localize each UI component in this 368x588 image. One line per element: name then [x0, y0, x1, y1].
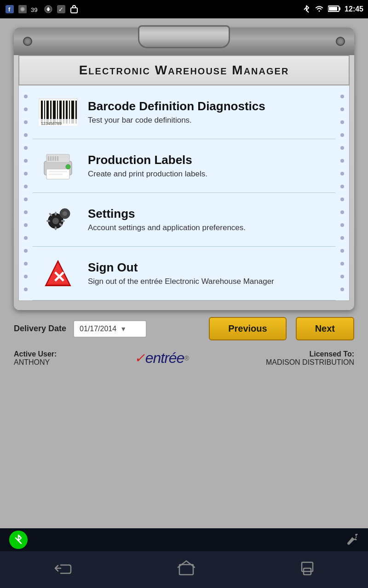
- menu-desc-settings: Account settings and application prefere…: [88, 223, 331, 232]
- svg-text:39: 39: [31, 6, 37, 13]
- menu-desc-production-labels: Create and print production labels.: [88, 170, 331, 179]
- svg-text:123456789: 123456789: [41, 121, 62, 126]
- hole-dot: [24, 300, 28, 301]
- menu-item-barcode-diag[interactable]: 123456789 Barcode Definition Diagnostics…: [33, 85, 335, 139]
- hole-dot: [340, 210, 344, 214]
- menu-text-barcode-diag: Barcode Definition Diagnostics Test your…: [88, 99, 331, 125]
- battery-icon: [328, 5, 341, 14]
- svg-rect-37: [50, 156, 52, 161]
- settings-icon: [37, 201, 79, 238]
- hole-dot: [24, 249, 28, 253]
- dot-border-left: [19, 85, 33, 300]
- hole-dot: [340, 120, 344, 124]
- svg-rect-47: [46, 220, 50, 222]
- hole-dot: [24, 95, 28, 98]
- printer-icon: [37, 147, 79, 184]
- menu-title-production-labels: Production Labels: [88, 153, 331, 167]
- bottom-area: Delivery Date 01/17/2014 ▼ Previous Next…: [14, 317, 354, 369]
- svg-rect-11: [71, 8, 77, 13]
- signout-icon: ✕: [37, 255, 79, 292]
- menu-item-production-labels[interactable]: Production Labels Create and print produ…: [33, 139, 335, 193]
- previous-button[interactable]: Previous: [209, 317, 286, 340]
- hole-dot: [24, 133, 28, 137]
- fb-icon: f: [5, 4, 15, 14]
- hole-dot: [24, 185, 28, 188]
- svg-point-44: [63, 211, 67, 216]
- svg-rect-55: [179, 565, 193, 575]
- hole-dot: [340, 198, 344, 201]
- hole-dot: [24, 210, 28, 214]
- hole-dot: [340, 172, 344, 175]
- bolt-left: [23, 37, 32, 46]
- hole-dot: [340, 223, 344, 227]
- svg-text:✕: ✕: [52, 268, 65, 286]
- svg-rect-45: [55, 212, 57, 215]
- wrench-icon[interactable]: [346, 532, 359, 547]
- svg-rect-46: [55, 226, 57, 230]
- menu-items-container: 123456789 Barcode Definition Diagnostics…: [19, 85, 349, 300]
- app-title: Electronic Warehouse Manager: [29, 63, 339, 78]
- photo-icon: [17, 4, 28, 14]
- hole-dot: [340, 249, 344, 253]
- clipboard: Electronic Warehouse Manager: [14, 28, 354, 310]
- back-button[interactable]: [52, 561, 75, 578]
- svg-rect-8: [47, 10, 49, 11]
- delivery-row: Delivery Date 01/17/2014 ▼ Previous Next: [14, 317, 354, 340]
- menu-item-settings[interactable]: Settings Account settings and applicatio…: [33, 193, 335, 247]
- status-bar: f 39 ✓ 12:45: [0, 0, 368, 18]
- hole-dot: [24, 288, 28, 291]
- menu-desc-barcode-diag: Test your bar code definitions.: [88, 116, 331, 125]
- delivery-date-input[interactable]: 01/17/2014 ▼: [73, 320, 147, 338]
- delivery-date-label: Delivery Date: [14, 324, 66, 334]
- main-container: Electronic Warehouse Manager: [0, 18, 368, 570]
- entree-brand-name: entrée: [145, 350, 184, 367]
- entree-logo: ✓ entrée ®: [134, 350, 189, 367]
- license-info: Licensed To: MADISON DISTRIBUTION: [266, 350, 354, 367]
- menu-text-production-labels: Production Labels Create and print produ…: [88, 153, 331, 179]
- menu-title-barcode-diag: Barcode Definition Diagnostics: [88, 99, 331, 113]
- hole-dot: [24, 198, 28, 201]
- svg-rect-34: [49, 174, 63, 175]
- bluetooth-button[interactable]: [9, 531, 28, 549]
- svg-rect-13: [339, 7, 340, 10]
- hole-dot: [340, 262, 344, 266]
- clock: 12:45: [345, 5, 363, 13]
- hole-dot: [340, 95, 344, 98]
- next-button[interactable]: Next: [296, 317, 354, 340]
- bottom-nav-bar: [0, 551, 368, 588]
- hole-dot: [24, 275, 28, 278]
- hole-dot: [340, 107, 344, 111]
- upload-icon: [43, 4, 53, 14]
- hole-dot: [340, 288, 344, 291]
- home-button[interactable]: [177, 560, 196, 579]
- svg-rect-36: [48, 156, 49, 161]
- status-icons-right: 12:45: [302, 5, 363, 14]
- hole-dot: [340, 159, 344, 163]
- hole-dot: [340, 133, 344, 137]
- svg-rect-14: [329, 7, 337, 11]
- menu-desc-sign-out: Sign out of the entrée Electronic Wareho…: [88, 277, 331, 286]
- menu-text-sign-out: Sign Out Sign out of the entrée Electron…: [88, 260, 331, 286]
- paper-area: 123456789 Barcode Definition Diagnostics…: [18, 85, 350, 301]
- svg-rect-48: [61, 220, 65, 222]
- hole-dot: [24, 262, 28, 266]
- dot-border-right: [335, 85, 349, 300]
- hole-dot: [340, 146, 344, 150]
- clipboard-clip: [14, 28, 354, 55]
- licensed-to-label: Licensed To:: [309, 350, 354, 358]
- svg-rect-33: [49, 171, 67, 172]
- bolt-right: [336, 37, 345, 46]
- paper-inner: 123456789 Barcode Definition Diagnostics…: [19, 85, 349, 300]
- menu-item-sign-out[interactable]: ✕ Sign Out Sign out of the entrée Electr…: [33, 247, 335, 300]
- svg-point-42: [52, 218, 59, 224]
- hole-dot: [24, 146, 28, 150]
- recents-button[interactable]: [298, 560, 316, 579]
- app-title-area: Electronic Warehouse Manager: [18, 55, 350, 85]
- bluetooth-icon: [302, 5, 310, 14]
- entree-checkmark-icon: ✓: [134, 351, 144, 366]
- hole-dot: [340, 236, 344, 240]
- dropdown-arrow-icon: ▼: [120, 325, 126, 333]
- delivery-date-value: 01/17/2014: [80, 325, 116, 333]
- bottom-toolbar: [0, 528, 368, 551]
- licensed-to-value: MADISON DISTRIBUTION: [266, 358, 354, 366]
